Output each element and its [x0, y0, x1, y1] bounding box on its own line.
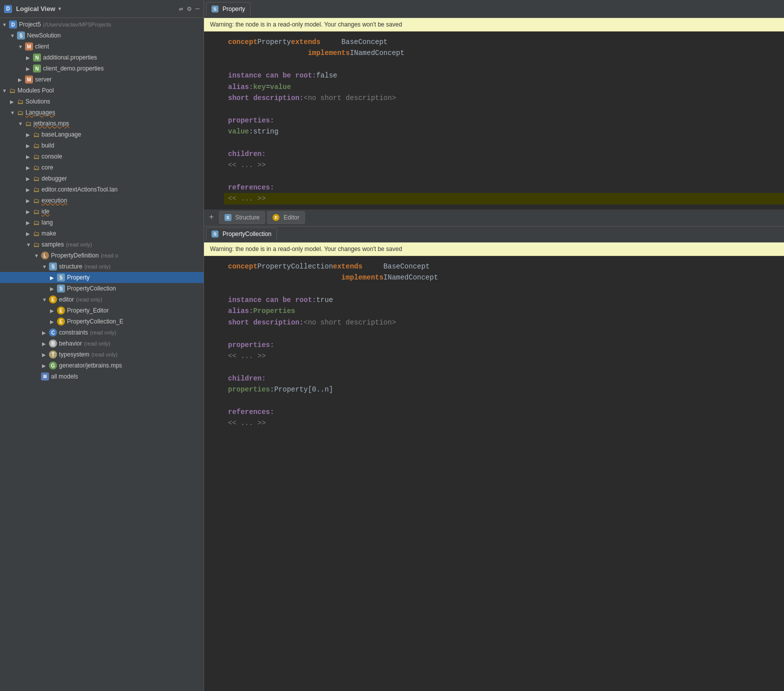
- val-no-short-desc-1: <no short description>: [304, 92, 396, 104]
- tree-label-property-editor: Property_Editor: [67, 307, 108, 314]
- code-line-short-desc: short description: <no short description…: [224, 92, 784, 104]
- tree-item-execution[interactable]: ▶ 🗂 execution: [0, 195, 204, 206]
- tree-item-constraints[interactable]: ▶ C constraints (read only): [0, 327, 204, 338]
- tree-arrow-structure: ▼: [42, 264, 49, 270]
- tree-label-lang: lang: [42, 219, 53, 226]
- folder-icon-execution: 🗂: [33, 197, 40, 204]
- kw-concept-1: concept: [228, 36, 258, 48]
- bc-line-2: implements INamedConcept: [224, 272, 784, 283]
- tree-item-property-collection-e[interactable]: ▶ E PropertyCollection_E: [0, 316, 204, 327]
- colon-string: :: [249, 126, 253, 137]
- kw2-alias-1: alias:: [228, 82, 253, 92]
- tree-label-typesystem: typesystem: [59, 351, 90, 358]
- folder-icon-languages: 🗂: [17, 109, 24, 116]
- badge-project5: D: [9, 20, 17, 28]
- tree-item-property-editor[interactable]: ▶ E Property_Editor: [0, 305, 204, 316]
- tab-property-collection[interactable]: S PropertyCollection: [206, 228, 277, 240]
- tree-item-baselanguage[interactable]: ▶ 🗂 baseLanguage: [0, 129, 204, 140]
- tree-item-property-definition[interactable]: ▼ L PropertyDefinition (read o: [0, 250, 204, 261]
- left-panel: D Logical View ▼ ⇌ ⚙ ─ ▼ D Project5 (/Us…: [0, 0, 204, 691]
- folder-icon-ide: 🗂: [33, 208, 40, 216]
- tree-item-solutions[interactable]: ▶ 🗂 Solutions: [0, 96, 204, 107]
- folder-icon-debugger: 🗂: [33, 175, 40, 182]
- kw2-children-2: children:: [228, 373, 266, 384]
- tree-label-behavior: behavior: [59, 340, 82, 347]
- filter-icon[interactable]: ⇌: [179, 4, 183, 13]
- dropdown-icon[interactable]: ▼: [58, 6, 62, 12]
- tree-item-additional-props[interactable]: ▶ N additional.properties: [0, 52, 204, 63]
- code-line-references-ellipsis: << ... >>: [224, 193, 784, 204]
- tree-item-console[interactable]: ▶ 🗂 console: [0, 151, 204, 162]
- badge-property-collection: S: [57, 284, 65, 292]
- bc-line-properties-ellipsis: << ... >>: [224, 350, 784, 362]
- tree-label-add-props: additional.properties: [43, 54, 97, 61]
- tree-item-ide[interactable]: ▶ 🗂 ide: [0, 206, 204, 217]
- add-tab-button[interactable]: +: [206, 212, 217, 222]
- code-line-properties-hdr: properties:: [224, 115, 784, 126]
- tree-label-execution: execution: [42, 197, 67, 204]
- settings-icon[interactable]: ⚙: [187, 4, 191, 13]
- bc-line-properties-hdr: properties:: [224, 340, 784, 350]
- tree-item-jetbrains-mps[interactable]: ▼ 🗂 jetbrains.mps: [0, 118, 204, 129]
- badge-client: M: [25, 42, 33, 50]
- folder-icon-make: 🗂: [33, 230, 40, 238]
- badge-generator: G: [49, 362, 57, 370]
- tree-item-samples[interactable]: ▼ 🗂 samples (read only): [0, 239, 204, 250]
- bc-line-1: concept PropertyCollection extends BaseC…: [224, 261, 784, 272]
- tree-item-modules-pool[interactable]: ▼ 🗂 Modules Pool: [0, 85, 204, 96]
- code-line-1: concept Property extends BaseConcept: [224, 36, 784, 48]
- bottom-editor: S PropertyCollection Warning: the node i…: [204, 226, 784, 691]
- tree-item-lang[interactable]: ▶ 🗂 lang: [0, 217, 204, 228]
- project-tree: ▼ D Project5 (/Users/vaclav/MPSProjects …: [0, 18, 204, 691]
- base-baseconcept-1: BaseConcept: [320, 36, 388, 48]
- logical-view-title[interactable]: D Logical View ▼: [4, 5, 62, 13]
- code-line-children-hdr: children:: [224, 148, 784, 160]
- tree-item-structure[interactable]: ▼ S structure (read only): [0, 261, 204, 272]
- tree-item-newsolution[interactable]: ▼ S NewSolution: [0, 30, 204, 41]
- tree-item-project5[interactable]: ▼ D Project5 (/Users/vaclav/MPSProjects: [0, 19, 204, 30]
- folder-icon-samples: 🗂: [33, 241, 40, 248]
- folder-icon-baselanguage: 🗂: [33, 131, 40, 138]
- tree-label-project5: Project5: [19, 21, 41, 28]
- tree-label-build: build: [42, 142, 54, 149]
- tree-label-editor-folder: editor: [59, 296, 74, 303]
- tree-item-editor-context[interactable]: ▶ 🗂 editor.contextActionsTool.lan: [0, 184, 204, 195]
- tree-item-editor-folder[interactable]: ▼ E editor (read only): [0, 294, 204, 305]
- kw-implements-1: implements: [308, 48, 350, 58]
- tree-item-build[interactable]: ▶ 🗂 build: [0, 140, 204, 151]
- bottom-warning-text: Warning: the node is in a read-only mode…: [210, 246, 402, 252]
- tree-item-property[interactable]: ▶ S Property: [0, 272, 204, 283]
- tree-item-client[interactable]: ▼ M client: [0, 41, 204, 52]
- tree-item-behavior[interactable]: ▶ B behavior (read only): [0, 338, 204, 349]
- tree-item-languages[interactable]: ▼ 🗂 Languages: [0, 107, 204, 118]
- tab-structure[interactable]: S Structure: [219, 211, 266, 224]
- bottom-tabs-bar: + S Structure E Editor: [204, 210, 784, 226]
- tree-arrow-behavior: ▶: [42, 341, 49, 346]
- tree-item-typesystem[interactable]: ▶ T typesystem (read only): [0, 349, 204, 360]
- tree-item-make[interactable]: ▶ 🗂 make: [0, 228, 204, 239]
- tree-item-all-models[interactable]: ⊞ all models: [0, 371, 204, 382]
- tree-arrow-property: ▶: [50, 275, 57, 280]
- logical-view-label: Logical View: [16, 5, 56, 12]
- tree-item-property-collection[interactable]: ▶ S PropertyCollection: [0, 283, 204, 294]
- behavior-readonly: (read only): [84, 340, 110, 346]
- badge-constraints: C: [49, 328, 57, 336]
- tree-item-generator[interactable]: ▶ G generator/jetbrains.mps: [0, 360, 204, 371]
- minimize-icon[interactable]: ─: [196, 5, 200, 13]
- constraints-readonly: (read only): [90, 330, 116, 336]
- tab-editor[interactable]: E Editor: [267, 211, 304, 224]
- tree-detail-project5: (/Users/vaclav/MPSProjects: [43, 22, 111, 28]
- tab-property[interactable]: S Property: [206, 2, 250, 16]
- tree-arrow-samples: ▼: [26, 242, 33, 248]
- tree-label-constraints: constraints: [59, 329, 88, 336]
- tree-item-debugger[interactable]: ▶ 🗂 debugger: [0, 173, 204, 184]
- tree-item-client-demo[interactable]: ▶ N client_demo.properties: [0, 63, 204, 74]
- tree-item-server[interactable]: ▶ M server: [0, 74, 204, 85]
- badge-property-collection-e: E: [57, 318, 65, 326]
- bc-line-blank-4: [224, 396, 784, 406]
- tree-item-core[interactable]: ▶ 🗂 core: [0, 162, 204, 173]
- bc-line-short-desc: short description: <no short description…: [224, 317, 784, 328]
- tree-arrow-solutions: ▶: [10, 99, 17, 104]
- structure-readonly: (read only): [84, 264, 111, 270]
- bc-line-instance: instance can be root: true: [224, 294, 784, 306]
